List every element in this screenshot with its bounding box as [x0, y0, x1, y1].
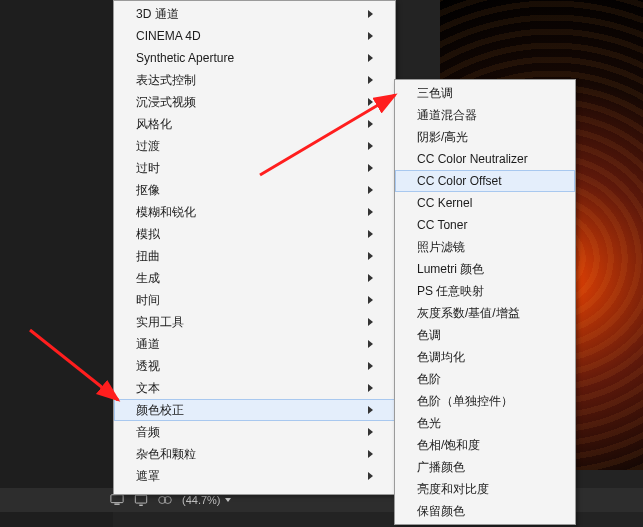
color-correction-item-label: CC Kernel: [417, 196, 553, 210]
effects-category-item-label: 实用工具: [136, 314, 360, 331]
color-correction-item-label: 广播颜色: [417, 459, 553, 476]
color-correction-item-label: 通道混合器: [417, 107, 553, 124]
submenu-arrow-icon: [368, 406, 373, 414]
effects-category-item-label: 风格化: [136, 116, 360, 133]
effects-category-item[interactable]: 时间: [114, 289, 395, 311]
effects-category-item[interactable]: Synthetic Aperture: [114, 47, 395, 69]
color-correction-item[interactable]: PS 任意映射: [395, 280, 575, 302]
color-correction-item[interactable]: 色相/饱和度: [395, 434, 575, 456]
display-icon[interactable]: [134, 493, 148, 507]
color-correction-item-label: 三色调: [417, 85, 553, 102]
color-correction-item-label: CC Color Offset: [417, 174, 553, 188]
effects-category-item[interactable]: 音频: [114, 421, 395, 443]
effects-category-item-label: 通道: [136, 336, 360, 353]
color-correction-item-label: 色相/饱和度: [417, 437, 553, 454]
submenu-arrow-icon: [368, 120, 373, 128]
effects-category-item[interactable]: 模糊和锐化: [114, 201, 395, 223]
effects-category-item[interactable]: 表达式控制: [114, 69, 395, 91]
submenu-arrow-icon: [368, 32, 373, 40]
zoom-dropdown-icon[interactable]: [225, 498, 231, 502]
effects-category-item[interactable]: 过渡: [114, 135, 395, 157]
effects-category-item-label: 文本: [136, 380, 360, 397]
submenu-arrow-icon: [368, 384, 373, 392]
effects-category-item-label: 3D 通道: [136, 6, 360, 23]
color-correction-item[interactable]: CC Color Offset: [395, 170, 575, 192]
effects-category-item-label: 扭曲: [136, 248, 360, 265]
effects-category-item-label: Synthetic Aperture: [136, 51, 360, 65]
color-correction-item[interactable]: 通道混合器: [395, 104, 575, 126]
effects-category-item[interactable]: CINEMA 4D: [114, 25, 395, 47]
effects-category-item[interactable]: 颜色校正: [114, 399, 395, 421]
effects-category-menu[interactable]: 3D 通道CINEMA 4DSynthetic Aperture表达式控制沉浸式…: [113, 0, 396, 495]
submenu-arrow-icon: [368, 296, 373, 304]
effects-category-item-label: 遮罩: [136, 468, 360, 485]
color-correction-item[interactable]: 阴影/高光: [395, 126, 575, 148]
effects-category-item[interactable]: 过时: [114, 157, 395, 179]
effects-category-item[interactable]: 沉浸式视频: [114, 91, 395, 113]
effects-category-item-label: 时间: [136, 292, 360, 309]
effects-category-item-label: 过渡: [136, 138, 360, 155]
color-correction-item-label: 色阶（单独控件）: [417, 393, 553, 410]
color-correction-item[interactable]: CC Color Neutralizer: [395, 148, 575, 170]
color-correction-item[interactable]: 照片滤镜: [395, 236, 575, 258]
effects-category-item[interactable]: 生成: [114, 267, 395, 289]
color-correction-item[interactable]: 色光: [395, 412, 575, 434]
effects-category-item[interactable]: 文本: [114, 377, 395, 399]
svg-rect-1: [114, 504, 119, 505]
color-correction-item-label: 色调均化: [417, 349, 553, 366]
submenu-arrow-icon: [368, 142, 373, 150]
effects-category-item-label: 模拟: [136, 226, 360, 243]
effects-category-item[interactable]: 透视: [114, 355, 395, 377]
submenu-arrow-icon: [368, 76, 373, 84]
color-correction-item[interactable]: 灰度系数/基值/增益: [395, 302, 575, 324]
color-correction-item[interactable]: 三色调: [395, 82, 575, 104]
color-correction-item[interactable]: 保留颜色: [395, 500, 575, 522]
color-correction-item[interactable]: Lumetri 颜色: [395, 258, 575, 280]
effects-category-item[interactable]: 通道: [114, 333, 395, 355]
color-correction-item[interactable]: 色调均化: [395, 346, 575, 368]
effects-category-item[interactable]: 杂色和颗粒: [114, 443, 395, 465]
effects-category-item[interactable]: 实用工具: [114, 311, 395, 333]
effects-category-item-label: 沉浸式视频: [136, 94, 360, 111]
color-correction-item-label: 保留颜色: [417, 503, 553, 520]
color-correction-item-label: 色调: [417, 327, 553, 344]
submenu-arrow-icon: [368, 450, 373, 458]
effects-category-item-label: 模糊和锐化: [136, 204, 360, 221]
zoom-level[interactable]: (44.7%): [182, 494, 221, 506]
color-correction-item-label: 色阶: [417, 371, 553, 388]
submenu-arrow-icon: [368, 428, 373, 436]
color-correction-item[interactable]: 色阶: [395, 368, 575, 390]
color-correction-item-label: 亮度和对比度: [417, 481, 553, 498]
color-correction-item-label: 照片滤镜: [417, 239, 553, 256]
effects-category-item[interactable]: 抠像: [114, 179, 395, 201]
color-correction-item-label: 色光: [417, 415, 553, 432]
mask-icon[interactable]: [158, 493, 172, 507]
submenu-arrow-icon: [368, 208, 373, 216]
monitor-icon[interactable]: [110, 493, 124, 507]
color-correction-item-label: 阴影/高光: [417, 129, 553, 146]
effects-category-item-label: 表达式控制: [136, 72, 360, 89]
timeline-left-strip: [0, 0, 113, 527]
color-correction-item-label: CC Toner: [417, 218, 553, 232]
submenu-arrow-icon: [368, 318, 373, 326]
submenu-arrow-icon: [368, 340, 373, 348]
color-correction-item[interactable]: 色调: [395, 324, 575, 346]
color-correction-submenu[interactable]: 三色调通道混合器阴影/高光CC Color NeutralizerCC Colo…: [394, 79, 576, 525]
effects-category-item-label: 抠像: [136, 182, 360, 199]
effects-category-item[interactable]: 遮罩: [114, 465, 395, 487]
color-correction-item[interactable]: CC Kernel: [395, 192, 575, 214]
color-correction-item[interactable]: CC Toner: [395, 214, 575, 236]
submenu-arrow-icon: [368, 472, 373, 480]
color-correction-item-label: Lumetri 颜色: [417, 261, 553, 278]
color-correction-item[interactable]: 色阶（单独控件）: [395, 390, 575, 412]
color-correction-item[interactable]: 亮度和对比度: [395, 478, 575, 500]
svg-rect-0: [111, 495, 123, 503]
color-correction-item[interactable]: 广播颜色: [395, 456, 575, 478]
effects-category-item[interactable]: 模拟: [114, 223, 395, 245]
effects-category-item-label: 音频: [136, 424, 360, 441]
effects-category-item-label: 杂色和颗粒: [136, 446, 360, 463]
effects-category-item[interactable]: 3D 通道: [114, 3, 395, 25]
effects-category-item[interactable]: 风格化: [114, 113, 395, 135]
submenu-arrow-icon: [368, 230, 373, 238]
effects-category-item[interactable]: 扭曲: [114, 245, 395, 267]
